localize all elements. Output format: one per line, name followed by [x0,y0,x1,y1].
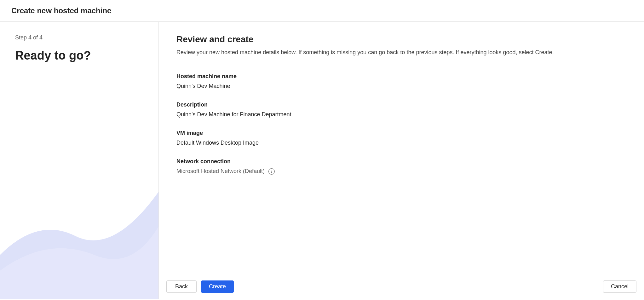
detail-value: Quinn's Dev Machine [176,83,626,89]
detail-vm-image: VM image Default Windows Desktop Image [176,130,626,146]
footer-right-buttons: Cancel [603,280,636,293]
detail-label: VM image [176,130,626,136]
info-icon[interactable]: i [268,168,275,175]
detail-label: Hosted machine name [176,73,626,80]
network-value-text: Microsoft Hosted Network (Default) [176,168,265,175]
cancel-button[interactable]: Cancel [603,280,636,293]
step-indicator: Step 4 of 4 [15,34,143,41]
detail-machine-name: Hosted machine name Quinn's Dev Machine [176,73,626,89]
content-description: Review your new hosted machine details b… [176,48,626,57]
content-title: Review and create [176,34,626,44]
content-area: Review and create Review your new hosted… [159,22,644,274]
decorative-wave [0,173,158,299]
detail-value: Quinn's Dev Machine for Finance Departme… [176,111,626,118]
detail-label: Description [176,101,626,108]
detail-value: Default Windows Desktop Image [176,140,626,146]
wizard-footer: Back Create Cancel [159,274,644,299]
wizard-title: Create new hosted machine [11,6,633,15]
wizard-main: Review and create Review your new hosted… [159,22,644,299]
detail-network: Network connection Microsoft Hosted Netw… [176,158,626,175]
detail-description: Description Quinn's Dev Machine for Fina… [176,101,626,118]
wizard-sidebar: Step 4 of 4 Ready to go? [0,22,159,299]
detail-label: Network connection [176,158,626,165]
detail-value: Microsoft Hosted Network (Default) i [176,168,626,175]
wizard-body: Step 4 of 4 Ready to go? Review and crea… [0,22,644,299]
wizard-header: Create new hosted machine [0,0,644,22]
footer-left-buttons: Back Create [166,280,234,293]
back-button[interactable]: Back [166,280,197,293]
create-button[interactable]: Create [201,280,234,293]
sidebar-heading: Ready to go? [15,49,143,63]
